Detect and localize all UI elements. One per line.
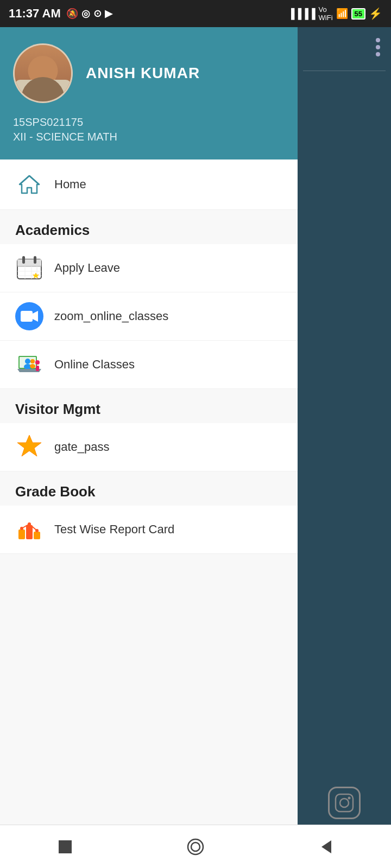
svg-point-33 — [191, 843, 200, 851]
bottom-navigation — [0, 825, 391, 868]
divider — [303, 71, 386, 71]
section-academics: Academics — [0, 210, 298, 244]
youtube-icon: ▶ — [105, 8, 112, 20]
svg-rect-24 — [34, 532, 40, 539]
status-bar-right: ▐▐▐▐ VoWiFi 📶 55 ⚡ — [288, 5, 382, 22]
main-layout: ANISH KUMAR 15SPS021175 XII - SCIENCE MA… — [0, 27, 391, 868]
section-visitor-mgmt: Visitor Mgmt — [0, 389, 298, 423]
battery-icon: 55 — [351, 8, 365, 20]
sidebar-item-gate-pass[interactable]: gate_pass — [0, 423, 298, 471]
sidebar-item-zoom[interactable]: zoom_online_classes — [0, 292, 298, 341]
home-label: Home — [54, 177, 86, 192]
more-options-icon[interactable] — [376, 38, 380, 56]
sidebar-item-home[interactable]: Home — [0, 159, 298, 210]
status-time: 11:37 AM — [9, 7, 61, 21]
location-icon: ◎ — [81, 8, 90, 20]
home-icon — [15, 170, 43, 199]
drawer: ANISH KUMAR 15SPS021175 XII - SCIENCE MA… — [0, 27, 298, 868]
svg-rect-20 — [36, 366, 39, 371]
sidebar-item-apply-leave[interactable]: Apply Leave — [0, 244, 298, 292]
sidebar-item-report-card[interactable]: Test Wise Report Card — [0, 506, 298, 554]
svg-rect-28 — [336, 794, 353, 812]
svg-point-32 — [188, 839, 203, 854]
user-class: XII - SCIENCE MATH — [13, 131, 285, 143]
status-bar: 11:37 AM 🔕 ◎ ⊙ ▶ ▐▐▐▐ VoWiFi 📶 55 ⚡ — [0, 0, 391, 27]
svg-marker-21 — [17, 435, 41, 456]
calendar-star-icon — [15, 254, 43, 282]
wifi-icon: 📶 — [336, 8, 348, 20]
svg-point-17 — [30, 359, 35, 363]
user-name: ANISH KUMAR — [86, 65, 200, 82]
avatar — [13, 43, 73, 103]
mute-icon: 🔕 — [66, 8, 78, 20]
online-classes-icon — [15, 350, 43, 379]
section-grade-book: Grade Book — [0, 471, 298, 506]
back-button[interactable] — [312, 833, 339, 860]
svg-rect-22 — [18, 529, 25, 539]
gate-pass-label: gate_pass — [54, 440, 110, 454]
svg-marker-34 — [321, 840, 331, 853]
zoom-icon — [15, 302, 43, 330]
user-id: 15SPS021175 — [13, 116, 285, 129]
svg-rect-23 — [26, 525, 33, 539]
sidebar-item-online-classes[interactable]: Online Classes — [0, 341, 298, 389]
svg-rect-2 — [22, 256, 25, 264]
bar-chart-icon — [15, 515, 43, 544]
svg-point-29 — [340, 799, 349, 807]
stop-button[interactable] — [52, 833, 79, 860]
svg-rect-3 — [34, 256, 36, 264]
svg-point-18 — [30, 364, 35, 368]
cast-icon: ⊙ — [93, 8, 102, 20]
apply-leave-label: Apply Leave — [54, 261, 120, 275]
header-top: ANISH KUMAR — [13, 43, 285, 103]
gate-pass-star-icon — [15, 433, 43, 461]
svg-point-15 — [25, 359, 30, 364]
report-card-label: Test Wise Report Card — [54, 522, 174, 537]
zoom-label: zoom_online_classes — [54, 309, 168, 323]
svg-point-19 — [35, 360, 40, 365]
online-classes-label: Online Classes — [54, 358, 135, 372]
svg-marker-12 — [33, 311, 38, 322]
svg-rect-1 — [17, 259, 41, 266]
home-button[interactable] — [182, 833, 209, 860]
signal-icon: ▐▐▐▐ — [288, 8, 316, 20]
drawer-menu: Home Academics — [0, 159, 298, 868]
svg-rect-11 — [21, 311, 33, 322]
vowifi-icon: VoWiFi — [319, 5, 333, 22]
drawer-header: ANISH KUMAR 15SPS021175 XII - SCIENCE MA… — [0, 27, 298, 159]
svg-rect-31 — [59, 840, 72, 853]
instagram-icon[interactable] — [328, 787, 361, 819]
right-overlay-panel — [298, 27, 391, 868]
charging-icon: ⚡ — [369, 7, 382, 20]
svg-point-30 — [348, 797, 351, 800]
